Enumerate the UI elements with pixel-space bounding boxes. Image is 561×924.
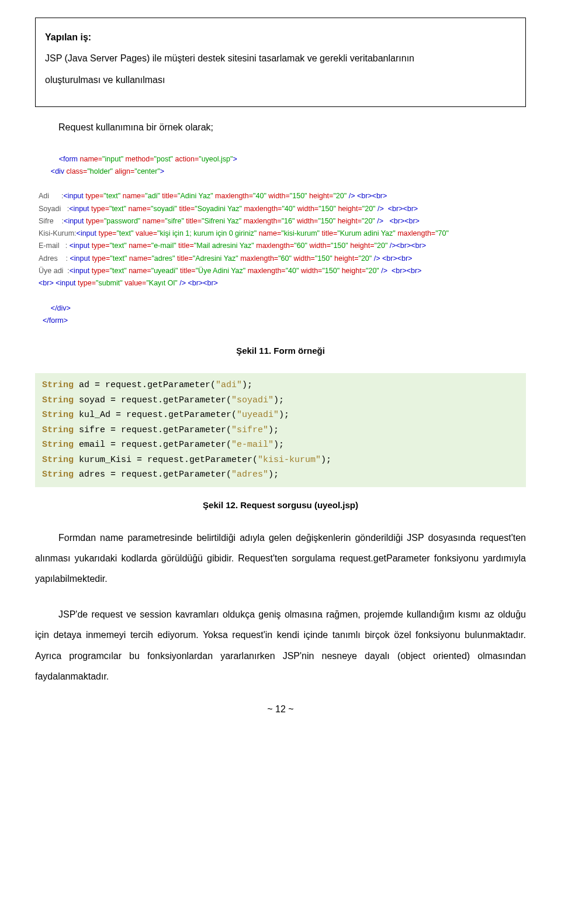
figure-12-caption: Şekil 12. Request sorgusu (uyeol.jsp) (35, 500, 526, 510)
intro-text: Request kullanımına bir örnek olarak; (35, 119, 526, 136)
html-form-code-block: <form name="input" method="post" action=… (35, 147, 526, 333)
document-page: Yapılan iş: JSP (Java Server Pages) ile … (0, 0, 561, 726)
page-number: ~ 12 ~ (35, 704, 526, 715)
header-desc-line-2: oluşturulması ve kullanılması (45, 71, 516, 89)
header-title: Yapılan iş: (45, 29, 516, 46)
figure-11-caption: Şekil 11. Form örneği (35, 346, 526, 356)
body-paragraph-2: JSP'de request ve session kavramları old… (35, 604, 526, 687)
header-desc-line-1: JSP (Java Server Pages) ile müşteri dest… (45, 50, 516, 67)
header-box: Yapılan iş: JSP (Java Server Pages) ile … (35, 18, 526, 107)
body-paragraph-1: Formdan name parametresinde belirtildiği… (35, 527, 526, 589)
java-request-code-block: String ad = request.getParameter("adi");… (35, 373, 526, 487)
